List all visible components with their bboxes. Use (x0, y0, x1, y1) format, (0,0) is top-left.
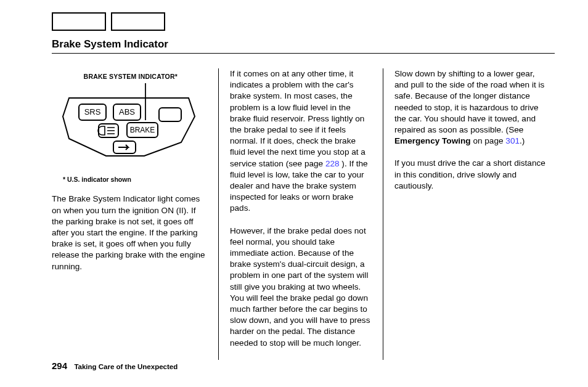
page-link[interactable]: 228 (325, 159, 340, 168)
nav-placeholder-box (52, 12, 106, 31)
nav-placeholder-box (111, 12, 165, 31)
text-run: If it comes on at any other time, it ind… (230, 69, 365, 168)
cross-ref: Emergency Towing (394, 136, 471, 145)
body-text: Slow down by shifting to a lower gear, a… (394, 68, 549, 147)
brake-indicator-figure: SRS ABS BRAKE (52, 83, 200, 163)
text-run: Slow down by shifting to a lower gear, a… (394, 69, 544, 134)
brake-indicator-icon: BRAKE (130, 126, 155, 134)
column-2: If it comes on at any other time, it ind… (218, 68, 383, 360)
figure-label: BRAKE SYSTEM INDICATOR* (52, 72, 206, 81)
content-columns: BRAKE SYSTEM INDICATOR* SRS ABS B (52, 68, 555, 360)
body-text: If it comes on at any other time, it ind… (230, 68, 372, 214)
page-link[interactable]: 301 (505, 136, 520, 145)
manual-page: Brake System Indicator BRAKE SYSTEM INDI… (0, 0, 588, 387)
body-text: The Brake System Indicator light comes o… (52, 194, 206, 272)
abs-indicator-icon: ABS (119, 107, 135, 116)
page-footer: 294 Taking Care of the Unexpected (52, 361, 178, 371)
text-run: .) (520, 136, 525, 145)
body-text: However, if the brake pedal does not fee… (230, 226, 372, 349)
page-number: 294 (52, 361, 67, 371)
text-run: on page (471, 136, 506, 145)
page-title: Brake System Indicator (52, 38, 555, 54)
nav-placeholder-row (52, 12, 555, 31)
column-3: Slow down by shifting to a lower gear, a… (383, 68, 549, 360)
figure-footnote: * U.S. indicator shown (63, 175, 206, 184)
body-text: If you must drive the car a short distan… (394, 158, 549, 192)
section-name: Taking Care of the Unexpected (74, 363, 178, 370)
svg-rect-3 (159, 108, 181, 121)
srs-indicator-icon: SRS (84, 107, 101, 116)
column-1: BRAKE SYSTEM INDICATOR* SRS ABS B (52, 68, 218, 360)
